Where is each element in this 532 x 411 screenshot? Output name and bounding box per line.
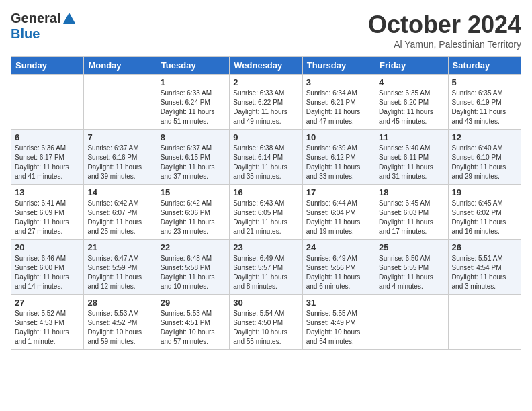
title-area: October 2024 Al Yamun, Palestinian Terri… <box>368 11 521 50</box>
calendar-cell: 19Sunrise: 6:45 AMSunset: 6:02 PMDayligh… <box>448 185 521 240</box>
day-info: Sunrise: 6:50 AMSunset: 5:55 PMDaylight:… <box>379 254 444 291</box>
day-number: 13 <box>15 187 80 197</box>
day-info: Sunrise: 6:35 AMSunset: 6:19 PMDaylight:… <box>452 89 517 126</box>
day-number: 9 <box>233 132 298 142</box>
day-info: Sunrise: 6:38 AMSunset: 6:14 PMDaylight:… <box>233 144 298 181</box>
calendar-cell: 10Sunrise: 6:39 AMSunset: 6:12 PMDayligh… <box>302 130 375 185</box>
page-header: General Blue October 2024 Al Yamun, Pale… <box>11 11 521 50</box>
calendar-week-row: 27Sunrise: 5:52 AMSunset: 4:53 PMDayligh… <box>11 295 521 350</box>
day-info: Sunrise: 6:48 AMSunset: 5:58 PMDaylight:… <box>161 254 226 291</box>
day-info: Sunrise: 6:47 AMSunset: 5:59 PMDaylight:… <box>87 254 152 291</box>
day-number: 3 <box>306 77 371 87</box>
logo-blue-text: Blue <box>11 26 40 41</box>
calendar-cell: 1Sunrise: 6:33 AMSunset: 6:24 PMDaylight… <box>157 75 229 130</box>
calendar-cell: 27Sunrise: 5:52 AMSunset: 4:53 PMDayligh… <box>11 295 84 350</box>
day-number: 1 <box>161 77 226 87</box>
day-number: 23 <box>233 242 298 253</box>
day-header-monday: Monday <box>84 57 157 75</box>
day-number: 27 <box>15 298 80 308</box>
day-info: Sunrise: 5:54 AMSunset: 4:50 PMDaylight:… <box>233 309 298 347</box>
day-info: Sunrise: 6:34 AMSunset: 6:21 PMDaylight:… <box>306 89 371 126</box>
month-title: October 2024 <box>368 11 521 39</box>
day-info: Sunrise: 6:44 AMSunset: 6:04 PMDaylight:… <box>306 199 371 236</box>
calendar-table: SundayMondayTuesdayWednesdayThursdayFrid… <box>11 56 521 350</box>
day-info: Sunrise: 6:37 AMSunset: 6:16 PMDaylight:… <box>87 144 152 181</box>
calendar-cell: 15Sunrise: 6:42 AMSunset: 6:06 PMDayligh… <box>157 185 229 240</box>
day-info: Sunrise: 6:36 AMSunset: 6:17 PMDaylight:… <box>15 144 80 181</box>
calendar-week-row: 20Sunrise: 6:46 AMSunset: 6:00 PMDayligh… <box>11 240 521 295</box>
calendar-cell: 17Sunrise: 6:44 AMSunset: 6:04 PMDayligh… <box>302 185 375 240</box>
calendar-cell: 8Sunrise: 6:37 AMSunset: 6:15 PMDaylight… <box>157 130 229 185</box>
calendar-cell: 22Sunrise: 6:48 AMSunset: 5:58 PMDayligh… <box>157 240 229 295</box>
calendar-cell: 21Sunrise: 6:47 AMSunset: 5:59 PMDayligh… <box>84 240 157 295</box>
day-info: Sunrise: 6:40 AMSunset: 6:11 PMDaylight:… <box>379 144 444 181</box>
day-number: 26 <box>452 242 517 253</box>
day-info: Sunrise: 6:37 AMSunset: 6:15 PMDaylight:… <box>161 144 226 181</box>
day-number: 30 <box>233 298 298 308</box>
day-info: Sunrise: 5:55 AMSunset: 4:49 PMDaylight:… <box>306 309 371 347</box>
day-info: Sunrise: 6:40 AMSunset: 6:10 PMDaylight:… <box>452 144 517 181</box>
calendar-cell: 26Sunrise: 5:51 AMSunset: 4:54 PMDayligh… <box>448 240 521 295</box>
day-number: 8 <box>161 132 226 142</box>
calendar-cell: 3Sunrise: 6:34 AMSunset: 6:21 PMDaylight… <box>302 75 375 130</box>
day-info: Sunrise: 6:39 AMSunset: 6:12 PMDaylight:… <box>306 144 371 181</box>
day-number: 20 <box>15 242 80 253</box>
day-info: Sunrise: 6:33 AMSunset: 6:24 PMDaylight:… <box>161 89 226 126</box>
calendar-cell: 11Sunrise: 6:40 AMSunset: 6:11 PMDayligh… <box>375 130 448 185</box>
calendar-cell: 12Sunrise: 6:40 AMSunset: 6:10 PMDayligh… <box>448 130 521 185</box>
day-info: Sunrise: 6:49 AMSunset: 5:56 PMDaylight:… <box>306 254 371 291</box>
day-number: 5 <box>452 77 517 87</box>
calendar-cell: 25Sunrise: 6:50 AMSunset: 5:55 PMDayligh… <box>375 240 448 295</box>
day-number: 31 <box>306 298 371 308</box>
day-header-thursday: Thursday <box>302 57 375 75</box>
day-info: Sunrise: 6:42 AMSunset: 6:06 PMDaylight:… <box>161 199 226 236</box>
day-number: 24 <box>306 242 371 253</box>
day-info: Sunrise: 6:35 AMSunset: 6:20 PMDaylight:… <box>379 89 444 126</box>
calendar-cell: 18Sunrise: 6:45 AMSunset: 6:03 PMDayligh… <box>375 185 448 240</box>
day-number: 6 <box>15 132 80 142</box>
day-number: 21 <box>87 242 152 253</box>
day-number: 7 <box>87 132 152 142</box>
day-info: Sunrise: 6:42 AMSunset: 6:07 PMDaylight:… <box>87 199 152 236</box>
day-number: 18 <box>379 187 444 197</box>
day-number: 25 <box>379 242 444 253</box>
day-number: 22 <box>161 242 226 253</box>
day-info: Sunrise: 6:45 AMSunset: 6:03 PMDaylight:… <box>379 199 444 236</box>
logo: General Blue <box>11 11 77 42</box>
calendar-cell: 5Sunrise: 6:35 AMSunset: 6:19 PMDaylight… <box>448 75 521 130</box>
calendar-cell <box>11 75 84 130</box>
day-header-wednesday: Wednesday <box>230 57 302 75</box>
day-header-saturday: Saturday <box>448 57 521 75</box>
calendar-cell: 20Sunrise: 6:46 AMSunset: 6:00 PMDayligh… <box>11 240 84 295</box>
calendar-cell: 16Sunrise: 6:43 AMSunset: 6:05 PMDayligh… <box>230 185 302 240</box>
day-info: Sunrise: 6:43 AMSunset: 6:05 PMDaylight:… <box>233 199 298 236</box>
svg-marker-0 <box>63 13 75 24</box>
calendar-cell: 31Sunrise: 5:55 AMSunset: 4:49 PMDayligh… <box>302 295 375 350</box>
day-number: 17 <box>306 187 371 197</box>
day-header-friday: Friday <box>375 57 448 75</box>
day-header-tuesday: Tuesday <box>157 57 229 75</box>
calendar-cell: 7Sunrise: 6:37 AMSunset: 6:16 PMDaylight… <box>84 130 157 185</box>
day-number: 15 <box>161 187 226 197</box>
day-number: 10 <box>306 132 371 142</box>
day-info: Sunrise: 5:53 AMSunset: 4:51 PMDaylight:… <box>161 309 226 347</box>
calendar-cell: 28Sunrise: 5:53 AMSunset: 4:52 PMDayligh… <box>84 295 157 350</box>
calendar-week-row: 6Sunrise: 6:36 AMSunset: 6:17 PMDaylight… <box>11 130 521 185</box>
day-header-sunday: Sunday <box>11 57 84 75</box>
logo-icon <box>62 11 77 26</box>
calendar-cell <box>448 295 521 350</box>
calendar-cell: 9Sunrise: 6:38 AMSunset: 6:14 PMDaylight… <box>230 130 302 185</box>
day-info: Sunrise: 6:46 AMSunset: 6:00 PMDaylight:… <box>15 254 80 291</box>
calendar-cell: 4Sunrise: 6:35 AMSunset: 6:20 PMDaylight… <box>375 75 448 130</box>
day-number: 2 <box>233 77 298 87</box>
day-number: 4 <box>379 77 444 87</box>
calendar-week-row: 1Sunrise: 6:33 AMSunset: 6:24 PMDaylight… <box>11 75 521 130</box>
calendar-cell: 24Sunrise: 6:49 AMSunset: 5:56 PMDayligh… <box>302 240 375 295</box>
calendar-cell: 23Sunrise: 6:49 AMSunset: 5:57 PMDayligh… <box>230 240 302 295</box>
calendar-cell: 13Sunrise: 6:41 AMSunset: 6:09 PMDayligh… <box>11 185 84 240</box>
day-number: 29 <box>161 298 226 308</box>
day-info: Sunrise: 5:51 AMSunset: 4:54 PMDaylight:… <box>452 254 517 291</box>
calendar-cell <box>375 295 448 350</box>
day-number: 11 <box>379 132 444 142</box>
day-info: Sunrise: 6:41 AMSunset: 6:09 PMDaylight:… <box>15 199 80 236</box>
